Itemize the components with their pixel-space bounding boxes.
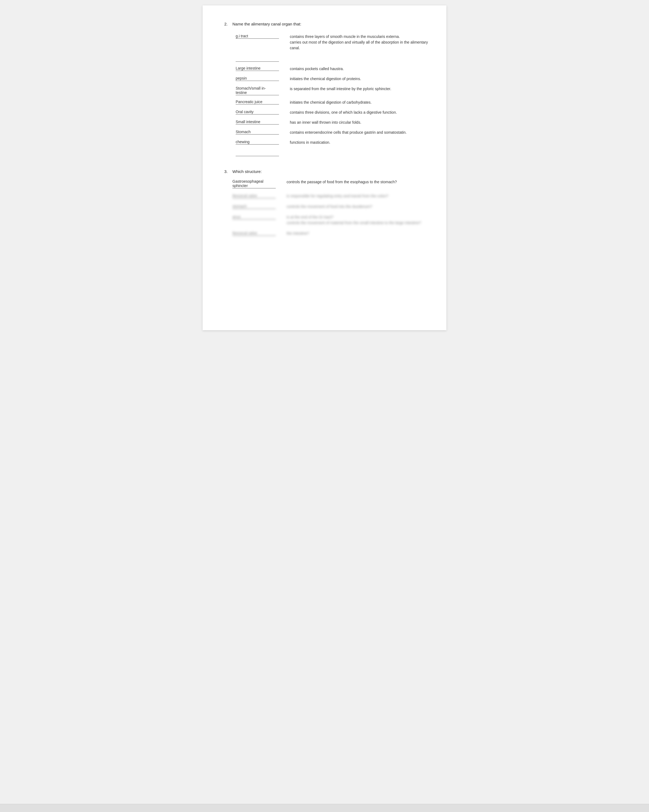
blank-cell [233,53,286,64]
question-2-text: Name the alimentary canal organ that: [233,21,301,26]
answer-cell: Stomach/small in-testine [233,84,286,98]
answer-cell: pepsin [233,74,286,84]
question-3-number: 3. [224,169,233,174]
question-2-number: 2. [224,21,233,26]
question-2-table: g.i tract contains three layers of smoot… [233,32,433,158]
q3-description-blurred: is responsible for regulating entry and … [286,193,425,199]
q3-row: Gastroesophagealsphincter controls the p… [233,179,425,188]
q3-description-cell: controls the passage of food from the es… [286,179,425,185]
answer-cell: g.i tract [233,32,286,53]
description-cell: contains pockets called haustra. [286,64,433,74]
answer-cell: chewing [233,137,286,148]
table-row-blank [233,148,433,158]
q3-row-blurred: anus is at the end of the GI tract? cont… [233,214,425,226]
answer-cell: Oral cavity [233,107,286,118]
table-row: g.i tract contains three layers of smoot… [233,32,433,53]
description-cell: has an inner wall thrown into circular f… [286,118,433,127]
answer-word: Stomach/small in-testine [236,86,279,95]
question-2-block: 2. Name the alimentary canal organ that:… [224,21,425,158]
q3-answer-cell-blurred: stomach [233,204,286,209]
table-row: Stomach contains enteroendocrine cells t… [233,127,433,137]
answer-cell: Small intestine [233,118,286,127]
question-3-content: Gastroesophagealsphincter controls the p… [233,179,425,236]
blank-underline [236,57,279,62]
description-cell: contains enteroendocrine cells that prod… [286,127,433,137]
table-row: pepsin initiates the chemical digestion … [233,74,433,84]
description-cell: initiates the chemical digestion of carb… [286,98,433,107]
table-row: Large intestine contains pockets called … [233,64,433,74]
answer-word: Small intestine [236,120,279,125]
blank-cell [233,148,286,158]
answer-word: Oral cavity [236,110,279,114]
question-2-header: 2. Name the alimentary canal organ that: [224,21,425,26]
table-row-blank [233,53,433,64]
answer-word-blurred: ileocecal valve [233,231,276,236]
q3-description-blurred: is at the end of the GI tract? controls … [286,214,425,226]
description-cell: contains three divisions, one of which l… [286,107,433,118]
q3-row-blurred: ileocecal valve is responsible for regul… [233,193,425,199]
answer-cell: Stomach [233,127,286,137]
answer-word-blurred: anus [233,215,276,220]
description-cell: functions in mastication. [286,137,433,148]
blank-desc [286,148,433,158]
answer-word: Large intestine [236,66,279,71]
question-3-header: 3. Which structure: [224,169,425,174]
q3-answer-cell-blurred: anus [233,214,286,220]
q3-answer-cell: Gastroesophagealsphincter [233,179,286,188]
q3-row-blurred: stomach controls the movement of food in… [233,204,425,209]
table-row: Stomach/small in-testine is separated fr… [233,84,433,98]
blank-underline [236,151,279,156]
answer-word-blurred: ileocecal valve [233,194,276,198]
q3-answer-cell-blurred: ileocecal valve [233,230,286,236]
answer-word: Pancreatic juice [236,99,279,104]
answer-word-blurred: stomach [233,204,276,209]
q3-row-blurred: ileocecal valve the intestine? [233,230,425,236]
table-row: Oral cavity contains three divisions, on… [233,107,433,118]
description-cell: initiates the chemical digestion of prot… [286,74,433,84]
table-row: Small intestine has an inner wall thrown… [233,118,433,127]
q3-description-blurred: controls the movement of food into the d… [286,204,425,209]
q3-answer-cell-blurred: ileocecal valve [233,193,286,198]
answer-word: pepsin [236,76,279,81]
table-row: chewing functions in mastication. [233,137,433,148]
description-cell: is separated from the small intestine by… [286,84,433,98]
page: 2. Name the alimentary canal organ that:… [203,5,446,330]
answer-word: chewing [236,140,279,145]
blank-desc [286,53,433,64]
answer-word: g.i tract [236,34,279,39]
answer-cell: Large intestine [233,64,286,74]
q3-description-blurred: the intestine? [286,230,425,236]
question-3-text: Which structure: [233,169,262,174]
answer-cell: Pancreatic juice [233,98,286,107]
description-cell: contains three layers of smooth muscle i… [286,32,433,53]
answer-word: Gastroesophagealsphincter [233,179,276,188]
question-3-block: 3. Which structure: Gastroesophagealsphi… [224,169,425,236]
table-row: Pancreatic juice initiates the chemical … [233,98,433,107]
answer-word: Stomach [236,130,279,134]
